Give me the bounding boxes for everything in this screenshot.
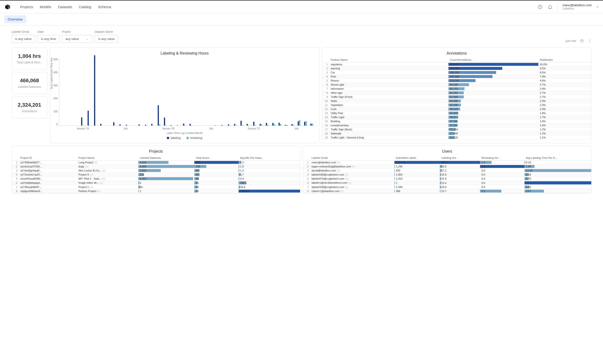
bar-group[interactable] [92, 58, 98, 125]
bar-group[interactable] [150, 58, 156, 125]
bar-group[interactable] [162, 58, 168, 125]
th-feature[interactable]: Feature Name [329, 57, 448, 62]
table-row[interactable]: 2warning 221,254 9.5% [322, 67, 591, 70]
table-row[interactable]: 17Traffic Sign (Back) 28,164 1.2% [322, 127, 591, 132]
table-row[interactable]: 18Sidewalk 27,640 1.2% [322, 132, 591, 136]
bar-group[interactable] [290, 58, 296, 125]
table-row[interactable]: 1 cjr730t0wb8j207... Lung Project ⋯ 3,42… [12, 160, 300, 165]
ellipsis-icon[interactable]: ⋯ [345, 178, 349, 180]
ellipsis-icon[interactable]: ⋯ [102, 170, 106, 172]
bar-group[interactable] [118, 58, 124, 125]
table-row[interactable]: 6 ck37h896fdsbp0... Image editor de... ⋯… [12, 181, 300, 185]
th[interactable]: Avg Min Per Datar... [239, 155, 300, 160]
table-row[interactable]: 7information 65,233 2.8% [322, 87, 591, 91]
ellipsis-icon[interactable]: ⋯ [90, 186, 93, 188]
table-row[interactable]: 7 labeler539@cogitotech.com ⋯ 1,289 15.0… [303, 185, 591, 189]
bar-group[interactable] [302, 58, 309, 125]
table-row[interactable]: 7 cjr730xyab8ki07... Project 1 ⋯ 50 29 3… [12, 185, 300, 189]
bar-group[interactable] [296, 58, 302, 125]
filter-labeler email[interactable]: is any value [12, 35, 35, 43]
ellipsis-icon[interactable]: ⋯ [85, 166, 89, 168]
table-row[interactable]: 2 logan+onboarding@labelbox.com ⋯ 1,240 … [303, 165, 591, 169]
table-row[interactable]: 5Person 110,291 4.8% [322, 79, 591, 83]
bar-group[interactable] [270, 58, 277, 125]
filter-dataset name[interactable]: is any value [94, 35, 118, 43]
th-dist[interactable]: Distribution [538, 57, 591, 62]
bar-group[interactable] [258, 58, 264, 125]
bar-group[interactable] [124, 58, 130, 125]
table-row[interactable]: 8other-sign 62,252 2.7% [322, 91, 591, 95]
table-row[interactable]: 4Pole 181,563 7.8% [322, 75, 591, 79]
kebab-icon[interactable] [588, 39, 591, 43]
bar-group[interactable] [137, 58, 143, 125]
bar-group[interactable] [232, 58, 239, 125]
table-row[interactable]: 9Traffic Sign (Front) 61,940 2.7% [322, 95, 591, 99]
bell-icon[interactable] [547, 4, 553, 10]
table-row[interactable]: 14Traffic Light 38,917 1.7% [322, 115, 591, 119]
account-menu[interactable]: manu@labelbox.com Labelbox ▾ [557, 3, 598, 10]
bar-group[interactable] [181, 58, 188, 125]
ellipsis-icon[interactable]: ⋯ [345, 174, 349, 176]
bar-group[interactable] [175, 58, 181, 125]
table-row[interactable]: 8 ckjdguv99k6am0... Peloton Project ⋯ 1 … [12, 189, 300, 193]
nav-catalog[interactable]: Catalog [79, 5, 92, 9]
th[interactable]: Avg Labeling Time Per D... [524, 155, 591, 160]
bar-group[interactable] [130, 58, 137, 125]
table-row[interactable]: 2 cjnnlu2zqr97209... dogs ⋯ 6,688 108 1.… [12, 165, 300, 169]
ellipsis-icon[interactable]: ⋯ [337, 170, 340, 172]
table-row[interactable]: 12Curb 46,528 2.0% [322, 107, 591, 111]
bar-group[interactable] [220, 58, 226, 125]
nav-projects[interactable]: Projects [20, 5, 33, 9]
th[interactable]: Reviewing Hrs⌄ [480, 155, 524, 160]
bar-group[interactable] [86, 58, 92, 125]
table-row[interactable]: 4 cjr72xstmb7az07... Project 3 ⋯ 513 49 … [12, 173, 300, 177]
bar-group[interactable] [226, 58, 232, 125]
table-row[interactable]: 8 robert+1@labelbox.com ⋯ 368 10.7 2.2 3… [303, 189, 591, 193]
ellipsis-icon[interactable]: ⋯ [340, 190, 344, 193]
bar-group[interactable] [245, 58, 251, 125]
help-icon[interactable] [537, 4, 543, 10]
bar-group[interactable] [264, 58, 270, 125]
bar-group[interactable] [252, 58, 258, 125]
legend-item[interactable]: labeling [167, 136, 180, 140]
table-row[interactable]: 4 labeler540@cogitotech.com ⋯ 1,904 18.0… [303, 173, 591, 177]
table-row[interactable]: 11Vegetation 52,290 2.3% [322, 103, 591, 107]
nav-datasets[interactable]: Datasets [58, 5, 72, 9]
table-row[interactable]: 15Building 37,340 1.6% [322, 119, 591, 123]
bar-group[interactable] [143, 58, 149, 125]
bar-group[interactable] [239, 58, 245, 125]
filter-date[interactable]: is any time [38, 35, 59, 43]
nav-models[interactable]: Models [40, 5, 51, 9]
bar-group[interactable] [207, 58, 213, 125]
table-row[interactable]: 19Traffic Light - General (Unrig 26,020 … [322, 136, 591, 140]
table-row[interactable]: 3 ck7wtv0gy4qrg0... Skin Lesion B (Us...… [12, 169, 300, 173]
th-count[interactable]: Count Annotations⌄ [448, 57, 538, 62]
ellipsis-icon[interactable]: ⋯ [102, 178, 105, 180]
table-row[interactable]: 3Car 196,281 8.5% [322, 70, 591, 75]
ellipsis-icon[interactable]: ⋯ [345, 186, 349, 188]
th[interactable]: Labeler Email [310, 155, 394, 160]
th[interactable] [303, 155, 310, 160]
th[interactable]: Project Name [77, 155, 138, 160]
ellipsis-icon[interactable]: ⋯ [90, 174, 93, 176]
bar-group[interactable] [156, 58, 162, 125]
table-row[interactable]: 13Utility Pole 41,403 1.8% [322, 111, 591, 115]
bar-group[interactable] [60, 58, 67, 125]
ellipsis-icon[interactable]: ⋯ [351, 166, 355, 168]
ellipsis-icon[interactable]: ⋯ [97, 190, 101, 193]
th[interactable]: Submitted Labels [394, 155, 440, 160]
legend-item[interactable]: reviewing [186, 136, 202, 140]
bar-group[interactable] [194, 58, 200, 125]
bar-group[interactable] [105, 58, 111, 125]
th[interactable]: Labeling Hrs⌄ [440, 155, 480, 160]
filter-project[interactable]: any value⌄ [62, 35, 92, 43]
table-row[interactable]: 16complementary 37,302 1.6% [322, 123, 591, 127]
table-row[interactable]: 1 manu@labelbox.com ⋯ 418,776 697.2 1.2 … [303, 160, 591, 165]
bar-group[interactable] [283, 58, 290, 125]
table-row[interactable]: 6 labeler1@red.lbworkforce.com ⋯ 1 15.4 … [303, 181, 591, 185]
bar-group[interactable] [213, 58, 220, 125]
ellipsis-icon[interactable]: ⋯ [94, 161, 98, 164]
bar-group[interactable] [73, 58, 80, 125]
bar-group[interactable] [67, 58, 73, 125]
th[interactable]: Project ID [19, 155, 77, 160]
